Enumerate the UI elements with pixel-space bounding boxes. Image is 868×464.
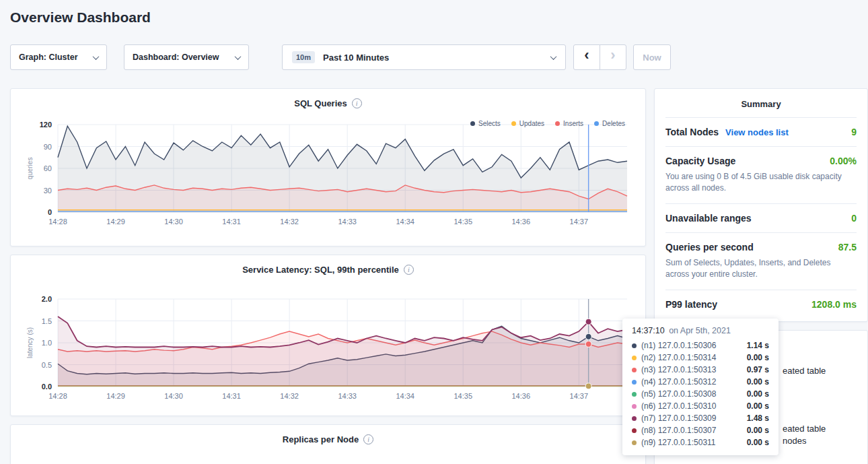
y-axis-tick: 1.5 <box>42 317 52 325</box>
legend-label: Updates <box>519 120 544 127</box>
x-axis-tick: 14:29 <box>106 218 125 226</box>
x-axis-tick: 14:32 <box>280 218 299 226</box>
chevron-down-icon <box>550 53 557 60</box>
x-axis-tick: 14:33 <box>338 218 357 226</box>
y-axis-tick: 90 <box>44 143 52 151</box>
legend-item: Deletes <box>594 120 625 127</box>
tooltip-node-label: (n5) 127.0.0.1:50308 <box>641 389 716 399</box>
tooltip-node-value: 0.00 s <box>747 426 769 435</box>
y-axis-label: latency (s) <box>26 327 34 358</box>
x-axis-tick: 14:37 <box>570 218 589 226</box>
summary-row-label: Capacity Usage <box>665 156 735 166</box>
summary-row-label: Unavailable ranges <box>665 213 752 224</box>
summary-rows: Total NodesView nodes list9Capacity Usag… <box>665 117 857 319</box>
event-text-fragment[interactable]: nodes <box>783 436 806 446</box>
x-axis-tick: 14:29 <box>106 392 125 400</box>
summary-row-label: Total Nodes <box>665 127 719 137</box>
node-color-dot-icon <box>632 404 637 409</box>
time-prev-button[interactable]: ‹ <box>573 44 600 70</box>
time-next-button[interactable]: › <box>600 44 626 70</box>
summary-row-value: 1208.0 ms <box>811 299 857 310</box>
summary-row-description: Sum of Selects, Updates, Inserts, and De… <box>665 257 857 281</box>
crosshair-dot-icon <box>585 319 591 325</box>
tooltip-date: on Apr 5th, 2021 <box>669 326 731 335</box>
summary-row: Unavailable ranges0 <box>665 203 857 232</box>
info-icon[interactable]: i <box>404 265 414 275</box>
crosshair-dot-icon <box>585 383 591 389</box>
chart-title: Replicas per Node <box>283 434 359 444</box>
view-nodes-list-link[interactable]: View nodes list <box>725 127 789 137</box>
x-axis-tick: 14:31 <box>222 218 241 226</box>
time-range-label: Past 10 Minutes <box>323 53 389 63</box>
summary-row-line: Queries per second87.5 <box>665 242 857 253</box>
info-icon[interactable]: i <box>352 98 362 108</box>
graph-dropdown[interactable]: Graph: Cluster <box>10 44 107 70</box>
y-axis-tick: 1.0 <box>42 339 52 347</box>
y-axis-tick: 0 <box>48 208 52 216</box>
node-color-dot-icon <box>632 368 637 372</box>
chevron-left-icon: ‹ <box>584 48 589 63</box>
x-axis-tick: 14:36 <box>512 218 531 226</box>
tooltip-node-label: (n8) 127.0.0.1:50307 <box>641 426 716 435</box>
page-title: Overview Dashboard <box>10 9 868 26</box>
summary-row-value: 87.5 <box>838 242 857 253</box>
tooltip-row: (n6) 127.0.0.1:503100.00 s <box>632 401 769 411</box>
service-latency-chart[interactable]: 14:2814:2914:3014:3114:3214:3314:3414:35… <box>13 292 643 405</box>
tooltip-node-value: 1.48 s <box>747 413 769 423</box>
node-color-dot-icon <box>632 428 637 433</box>
dashboard-dropdown[interactable]: Dashboard: Overview <box>124 44 249 70</box>
sql-queries-chart[interactable]: 14:2814:2914:3014:3114:3214:3314:3414:35… <box>13 118 643 231</box>
y-axis-label: queries <box>26 158 34 180</box>
info-icon[interactable]: i <box>363 434 373 444</box>
x-axis-tick: 14:32 <box>280 392 299 400</box>
tooltip-node-value: 1.14 s <box>747 341 769 350</box>
summary-row-label: Queries per second <box>665 242 754 253</box>
toolbar: Graph: Cluster Dashboard: Overview 10m P… <box>10 44 858 70</box>
summary-row: P99 latency1208.0 ms <box>665 290 857 319</box>
chart-title: SQL Queries <box>294 98 347 108</box>
summary-panel: Summary Total NodesView nodes list9Capac… <box>654 88 868 322</box>
legend-dot-icon <box>594 121 599 126</box>
summary-row-value: 9 <box>851 127 857 137</box>
node-color-dot-icon <box>632 380 637 385</box>
x-axis-tick: 14:34 <box>396 218 414 226</box>
tooltip-node-label: (n9) 127.0.0.1:50311 <box>641 438 716 447</box>
charts-column: SQL Queries i SelectsUpdatesInsertsDelet… <box>10 88 646 464</box>
chevron-right-icon: › <box>610 48 615 63</box>
y-axis-tick: 120 <box>40 121 52 129</box>
tooltip-row: (n5) 127.0.0.1:503080.00 s <box>632 389 769 399</box>
tooltip-time: 14:37:10 <box>632 326 665 335</box>
now-button[interactable]: Now <box>633 44 671 70</box>
tooltip-node-label: (n4) 127.0.0.1:50312 <box>641 377 716 387</box>
node-color-dot-icon <box>632 392 637 397</box>
tooltip-row: (n8) 127.0.0.1:503070.00 s <box>632 426 769 435</box>
tooltip-row: (n1) 127.0.0.1:503061.14 s <box>632 341 769 350</box>
tooltip-node-label: (n3) 127.0.0.1:50313 <box>641 365 716 374</box>
event-text-fragment[interactable]: eated table <box>783 366 826 376</box>
legend-item: Selects <box>470 120 501 127</box>
x-axis-tick: 14:30 <box>164 218 183 226</box>
chart-head: SQL Queries i <box>11 89 645 108</box>
tooltip-row: (n2) 127.0.0.1:503140.00 s <box>632 353 769 362</box>
summary-row: Capacity Usage0.00%You are using 0 B of … <box>665 146 857 203</box>
crosshair-dot-icon <box>585 333 591 339</box>
summary-row: Total NodesView nodes list9 <box>665 117 857 146</box>
chart-legend: SelectsUpdatesInsertsDeletes <box>470 120 625 127</box>
x-axis-tick: 14:35 <box>454 392 472 400</box>
service-latency-chart-panel: Service Latency: SQL, 99th percentile i … <box>10 255 646 416</box>
dashboard-dropdown-label: Dashboard: Overview <box>133 53 219 62</box>
chart-head: Replicas per Node i <box>11 425 645 444</box>
crosshair-dot-icon <box>585 341 591 347</box>
legend-label: Selects <box>478 120 501 127</box>
time-range-dropdown[interactable]: 10m Past 10 Minutes <box>282 44 566 70</box>
replicas-per-node-chart-panel: Replicas per Node i <box>10 424 646 464</box>
tooltip-rows: (n1) 127.0.0.1:503061.14 s(n2) 127.0.0.1… <box>632 341 769 447</box>
tooltip-row: (n3) 127.0.0.1:503130.97 s <box>632 365 769 374</box>
tooltip-node-value: 0.00 s <box>747 377 769 387</box>
tooltip-node-value: 0.00 s <box>747 353 769 362</box>
tooltip-node-value: 0.00 s <box>747 389 769 399</box>
x-axis-tick: 14:34 <box>396 392 414 400</box>
tooltip-row: (n9) 127.0.0.1:503110.00 s <box>632 438 769 447</box>
summary-row-line: Capacity Usage0.00% <box>665 156 857 166</box>
event-text-fragment[interactable]: eated table <box>783 424 826 434</box>
